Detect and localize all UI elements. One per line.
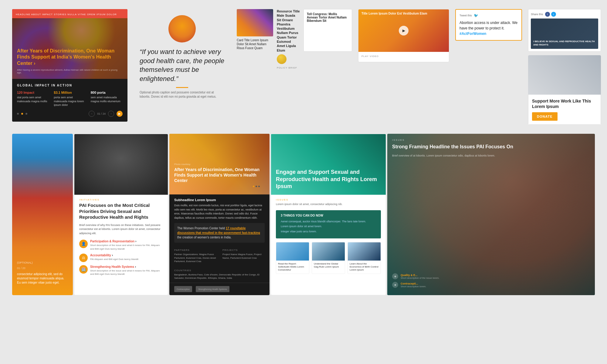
initiatives-image	[74, 134, 168, 195]
framing-item-desc-1: Short description of the issue lorem.	[401, 277, 439, 279]
countries-label: COUNTRIES	[174, 269, 265, 272]
framing-item-1: ⊕ Quality & E... Short description of th…	[392, 273, 590, 279]
stat-number-1: 120 Impact	[17, 91, 49, 94]
srhr-action-text-1: Read the Report: Sollicitudin Mollis Lor…	[276, 261, 309, 274]
framing-label: ISSUES	[392, 139, 590, 141]
framing-item-desc-2: Short description lorem.	[401, 285, 426, 288]
impact-nav: ‹ 01 / 24 › ▶	[17, 111, 123, 117]
resource-image	[237, 9, 273, 36]
donate-image	[528, 55, 601, 95]
resource-main: Resource Title Male Suada Sit Ornare Pha…	[277, 9, 300, 69]
impact-card: HEADLINE ABOUT IMPACT STORIES NULLA VITA…	[12, 9, 127, 122]
share-image: I BELIEVE IN SEXUAL AND REPRODUCTIVE HEA…	[531, 19, 598, 49]
donate-img-inner	[528, 55, 601, 95]
initiative-name-2: Accountability ›	[90, 254, 163, 257]
stat-text-1: stat porta sem amet malesuada magna moll…	[17, 96, 49, 103]
framing-items: ⊕ Quality & E... Short description of th…	[392, 273, 590, 290]
nav-counter: 01 / 24	[97, 112, 106, 115]
tweet-body: Abortion access is under attack. We have…	[459, 20, 518, 36]
stat-number-2: $3.1 Million	[54, 91, 86, 94]
story-subheadline: Subheadline Lorem Ipsum	[169, 194, 270, 204]
partners-label: PARTNERS	[174, 249, 216, 251]
srhr-image: Engage and Support Sexual and Reproducti…	[271, 134, 386, 195]
stat-item-2: $3.1 Million porta sem amet malesuada ma…	[54, 91, 86, 107]
video-image[interactable]: Title Lorem Ipsum Dolor Est Vestibulum E…	[358, 9, 449, 52]
story-meta-projects: PROJECTS Project Name Magna Fusce, Proje…	[222, 249, 265, 263]
srhr-thing-2: Lorem ipsum dolor sit amet lorem.	[281, 224, 376, 228]
resource-tag: POLICY BRIEF	[277, 66, 300, 69]
share-header-text: Share this	[531, 13, 543, 16]
story-partner-logos: Contraceptive Strengthening Health Syste…	[169, 283, 270, 295]
initiative-icon-1: 👤	[79, 240, 88, 248]
srhr-thing-1: Aenei consequat, auctor risus blandit ul…	[281, 220, 376, 224]
tweet-card: Tweet this 🐦 Abortion access is under at…	[455, 9, 522, 41]
impact-arrow: ›	[34, 61, 35, 66]
srhr-action-card-3[interactable]: Learn About the Economics of Birth Contr…	[348, 242, 381, 274]
initiative-content-2: Accountability › PAI Aliquam and Bilit e…	[90, 254, 163, 261]
resource-title: Resource Title Male Suada Sit Ornare Pha…	[277, 9, 300, 52]
impact-headline-text: After Years of Discrimination, One Woman…	[17, 48, 114, 66]
framing-top: ISSUES Strong Framing Headline the Issue…	[392, 139, 590, 161]
projects-label: PROJECTS	[222, 249, 265, 251]
top-row: HEADLINE ABOUT IMPACT STORIES NULLA VITA…	[12, 9, 595, 125]
main-container: HEADLINE ABOUT IMPACT STORIES NULLA VITA…	[0, 0, 607, 304]
initiative-name-3: Strengthening Health Systems ›	[90, 265, 163, 268]
donate-card: Support More Work Like This Lorem Ipsum …	[528, 55, 601, 125]
impact-headline: After Years of Discrimination, One Woman…	[17, 48, 123, 67]
play-icon[interactable]: ▶	[117, 111, 123, 117]
countries-section: COUNTRIES Bangladesh, Burkina Faso, Cote…	[174, 269, 265, 280]
srhr-label: ISSUES	[271, 195, 386, 202]
srhr-action-card-2[interactable]: Understand the Global Gag Rule Lorem Ips…	[312, 242, 345, 274]
partner-logo-2: Strengthening Health Systems	[196, 286, 229, 292]
initiatives-title: PAI Focuses on the Most Critical Priorit…	[74, 202, 168, 223]
twitter-icon-2[interactable]: t	[551, 12, 556, 17]
framing-item-text-1: Quality & E... Short description of the …	[401, 274, 439, 279]
story-nav	[174, 183, 265, 190]
nav-prev[interactable]: ‹	[89, 111, 95, 117]
nav-dot-1	[17, 113, 19, 115]
resource-card-title: Card Title Lorem Ipsum Dolor Sit Amet Nu…	[237, 38, 273, 50]
initiatives-card: INITIATIVES PAI Focuses on the Most Crit…	[74, 134, 168, 295]
impact-top-bar: HEADLINE ABOUT IMPACT STORIES NULLA VITA…	[12, 9, 127, 18]
stat-item-3: 800 porta sem amet malesuada magna molli…	[91, 91, 123, 107]
stat-text-3: sem amet malesuada magna mollis etumeriu…	[91, 96, 123, 103]
framing-content: ISSUES Strong Framing Headline the Issue…	[387, 134, 595, 295]
tweet-header: Tweet this 🐦	[459, 13, 518, 18]
story-headline: After Years of Discrimination, One Woman…	[174, 167, 265, 184]
story-meta: PARTNERS Partner Organizations: Magna Fu…	[169, 246, 270, 266]
srhr-action-text-2: Understand the Global Gag Rule Lorem Ips…	[312, 261, 345, 271]
share-card: Share this f t I BELIEVE IN SEXUAL AND R…	[528, 9, 601, 52]
resource-card-small: Card Title Lorem Ipsum Dolor Sit Amet Nu…	[237, 9, 273, 50]
bottom-row: (OPTIONAL) 01 / 20 consectetur adipiscin…	[12, 134, 595, 295]
srhr-action-img-2	[312, 242, 345, 261]
story-meta-partners: PARTNERS Partner Organizations: Magna Fu…	[174, 249, 216, 263]
framing-item-icon-1: ⊕	[392, 273, 398, 279]
play-button[interactable]: ▶	[399, 26, 409, 35]
donate-button[interactable]: DONATE	[532, 112, 558, 121]
framing-item-icon-2: ⊕	[392, 282, 398, 288]
optional-link[interactable]: al content	[17, 287, 68, 290]
facebook-icon[interactable]: f	[545, 12, 550, 17]
twitter-icon[interactable]: 🐦	[474, 13, 478, 18]
story-card: Photo courtesy After Years of Discrimina…	[169, 134, 270, 295]
srhr-things-title: 3 THINGS YOU CAN DO NOW	[281, 214, 376, 217]
impact-stats: 120 Impact stat porta sem amet malesuada…	[17, 91, 123, 107]
stat-number-3: 800 porta	[91, 91, 123, 94]
nav-dot-2	[21, 113, 23, 115]
quote-text: “If you want to achieve very good health…	[140, 47, 225, 83]
story-meta-countries: COUNTRIES Bangladesh, Burkina Faso, Cote…	[169, 266, 270, 283]
story-nav-2	[256, 186, 257, 187]
initiatives-text: Brief overview of why PAI focuses on the…	[79, 223, 163, 236]
initiative-desc-3: Short description of the issue and what …	[90, 269, 163, 276]
framing-item-2: ⊕ Contracepti... Short description lorem…	[392, 282, 590, 288]
tweet-hashtag: #ActForWomen	[459, 32, 486, 36]
initiative-item-2: ⚖ Accountability › PAI Aliquam and Bilit…	[79, 254, 163, 262]
initiative-name-1: Participation & Representation ›	[90, 240, 163, 243]
srhr-action-img-3	[348, 242, 381, 261]
srhr-action-card-1[interactable]: Read the Report: Sollicitudin Mollis Lor…	[276, 242, 309, 274]
initiative-icon-3: 🏥	[79, 265, 88, 274]
story-nav-1	[253, 186, 254, 187]
impact-caption: After having a severe reproductive ailme…	[17, 69, 123, 74]
initiative-item-3: 🏥 Strengthening Health Systems › Short d…	[79, 265, 163, 276]
nav-next[interactable]: ›	[108, 111, 114, 117]
